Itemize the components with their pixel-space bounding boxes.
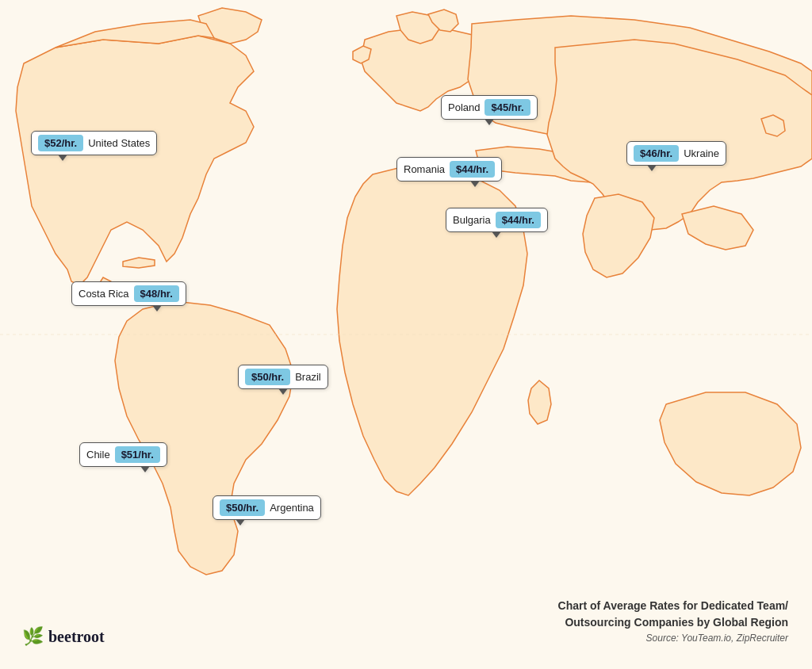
label-romania: Romania $44/hr. [396,157,502,182]
label-ukraine: $46/hr. Ukraine [626,141,726,166]
chart-source: Source: YouTeam.io, ZipRecruiter [558,631,788,645]
country-ukraine: Ukraine [684,147,719,159]
footer: Chart of Average Rates for Dedicated Tea… [558,598,788,645]
label-united-states: $52/hr. United States [31,131,157,155]
label-costa-rica: Costa Rica $48/hr. [71,281,186,306]
price-bulgaria: $44/hr. [496,212,541,228]
label-brazil: $50/hr. Brazil [238,365,328,389]
price-united-states: $52/hr. [38,135,83,151]
label-argentina: $50/hr. Argentina [213,495,321,520]
price-costa-rica: $48/hr. [134,285,179,302]
price-poland: $45/hr. [485,99,530,116]
country-bulgaria: Bulgaria [453,214,491,226]
country-united-states: United States [88,137,150,149]
label-poland: Poland $45/hr. [441,95,538,120]
beetroot-icon: 🌿 [22,626,44,647]
price-chile: $51/hr. [115,446,160,463]
country-poland: Poland [448,101,480,113]
map-container: $52/hr. United States Costa Rica $48/hr.… [0,0,812,669]
price-ukraine: $46/hr. [634,145,679,162]
country-costa-rica: Costa Rica [79,288,129,300]
price-argentina: $50/hr. [220,499,265,516]
price-romania: $44/hr. [450,161,495,178]
price-brazil: $50/hr. [245,369,290,385]
country-chile: Chile [86,449,110,461]
country-argentina: Argentina [270,502,314,514]
country-romania: Romania [404,163,445,175]
chart-title: Chart of Average Rates for Dedicated Tea… [558,598,788,631]
country-brazil: Brazil [295,371,321,383]
label-bulgaria: Bulgaria $44/hr. [446,208,548,232]
label-chile: Chile $51/hr. [79,442,167,467]
world-map [0,0,812,669]
logo-text: beetroot [48,628,105,646]
beetroot-logo: 🌿 beetroot [22,626,105,647]
